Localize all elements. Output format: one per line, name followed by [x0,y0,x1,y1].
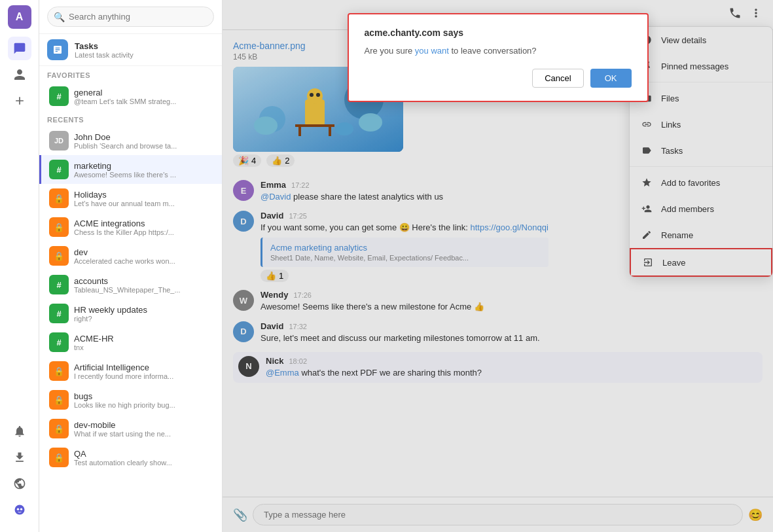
alien-icon[interactable] [8,498,31,522]
recents-label: RECENTS [39,111,222,126]
channel-icon: 🔒 [49,246,69,266]
tasks-icon [47,39,68,60]
channel-item-holidays[interactable]: 🔒 Holidays Let's have our annual team m.… [39,184,222,213]
channel-list: FAVORITES # general @team Let's talk SMM… [39,66,222,532]
dialog-buttons: Cancel OK [365,69,632,88]
dialog-message: Are you sure you want to leave conversat… [365,46,632,56]
tasks-item[interactable]: Tasks Latest task activity [39,34,222,66]
contacts-nav-icon[interactable] [8,63,31,86]
channel-icon: 🔒 [49,188,69,208]
channel-item-acme-hr[interactable]: # ACME-HR tnx [39,328,222,357]
channel-icon: 🔒 [49,448,69,467]
channel-item-bugs[interactable]: 🔒 bugs Looks like no high priority bug..… [39,385,222,414]
search-input[interactable] [47,7,214,27]
channel-icon: # [49,160,69,179]
main-chat: Acme-banner.png 145 kB [223,0,773,532]
dialog-title: acme.chanty.com says [365,27,632,38]
channel-item-dev-mobile[interactable]: 🔒 dev-mobile What if we start using the … [39,414,222,443]
leave-dialog: acme.chanty.com says Are you sure you wa… [348,13,649,102]
dialog-overlay: acme.chanty.com says Are you sure you wa… [223,0,773,532]
chat-nav-icon[interactable] [8,37,31,60]
search-bar: 🔍 [39,0,222,34]
channel-item-general[interactable]: # general @team Let's talk SMM strateg..… [39,82,222,111]
icon-bar: A [0,0,39,532]
channel-icon: 🔒 [49,361,69,381]
channel-item-marketing[interactable]: # marketing Awesome! Seems like there's … [39,155,222,184]
channel-icon: # [49,86,69,106]
sidebar: 🔍 Tasks Latest task activity FAVORITES #… [39,0,223,532]
cancel-button[interactable]: Cancel [532,69,583,88]
svg-point-2 [20,508,22,510]
channel-icon: # [49,332,69,352]
channel-item-acme-integrations[interactable]: 🔒 ACME integrations Chess Is the Killer … [39,213,222,241]
channel-item-john-doe[interactable]: JD John Doe Publish 'Search and browse t… [39,126,222,155]
channel-item-qa[interactable]: 🔒 QA Test automation clearly show... [39,443,222,472]
tasks-text: Tasks Latest task activity [75,41,134,59]
channel-icon: 🔒 [49,419,69,438]
svg-point-0 [14,505,24,515]
channel-icon: # [49,275,69,294]
ok-button[interactable]: OK [590,69,632,88]
channel-item-hr-weekly[interactable]: # HR weekly updates right? [39,299,222,328]
download-icon[interactable] [8,446,31,469]
channel-icon: # [49,304,69,323]
svg-point-1 [16,508,18,510]
globe-icon[interactable] [8,472,31,495]
user-avatar[interactable]: A [8,5,31,29]
search-icon: 🔍 [54,12,65,22]
channel-item-accounts[interactable]: # accounts Tableau_NS_Whitepaper_The_... [39,270,222,299]
channel-item-dev[interactable]: 🔒 dev Accelerated cache works won... [39,241,222,270]
notifications-icon[interactable] [8,419,31,443]
channel-icon: JD [49,131,69,151]
channel-icon: 🔒 [49,390,69,410]
channel-item-ai[interactable]: 🔒 Artificial Intelligence I recently fou… [39,357,222,385]
add-nav-icon[interactable] [8,89,31,113]
channel-icon: 🔒 [49,217,69,237]
favorites-label: FAVORITES [39,66,222,82]
